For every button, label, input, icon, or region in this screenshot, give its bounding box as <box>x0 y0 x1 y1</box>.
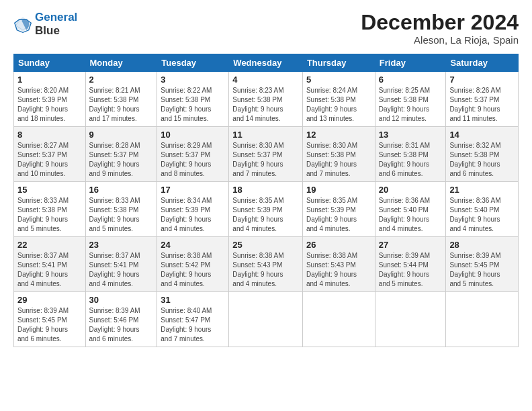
day-number: 25 <box>232 240 299 250</box>
day-number: 21 <box>449 185 515 195</box>
day-number: 10 <box>161 130 225 140</box>
day-info: Sunrise: 8:40 AM Sunset: 5:47 PM Dayligh… <box>161 306 225 344</box>
col-header-saturday: Saturday <box>446 54 519 72</box>
day-number: 15 <box>17 185 82 195</box>
calendar-cell: 17Sunrise: 8:34 AM Sunset: 5:39 PM Dayli… <box>157 182 229 237</box>
calendar-cell: 13Sunrise: 8:31 AM Sunset: 5:38 PM Dayli… <box>375 127 446 182</box>
calendar-cell: 4Sunrise: 8:23 AM Sunset: 5:38 PM Daylig… <box>229 72 303 127</box>
day-number: 2 <box>89 75 154 85</box>
day-number: 31 <box>161 295 225 305</box>
col-header-thursday: Thursday <box>302 54 375 72</box>
calendar: SundayMondayTuesdayWednesdayThursdayFrid… <box>13 54 519 347</box>
day-info: Sunrise: 8:27 AM Sunset: 5:37 PM Dayligh… <box>17 141 82 179</box>
calendar-cell: 20Sunrise: 8:36 AM Sunset: 5:40 PM Dayli… <box>375 182 446 237</box>
week-row-3: 15Sunrise: 8:33 AM Sunset: 5:38 PM Dayli… <box>14 182 519 237</box>
logo: General Blue <box>13 11 77 37</box>
col-header-tuesday: Tuesday <box>157 54 229 72</box>
calendar-cell <box>229 292 303 347</box>
calendar-cell: 16Sunrise: 8:33 AM Sunset: 5:38 PM Dayli… <box>85 182 157 237</box>
day-info: Sunrise: 8:35 AM Sunset: 5:39 PM Dayligh… <box>306 196 371 234</box>
day-number: 13 <box>379 130 443 140</box>
col-header-wednesday: Wednesday <box>229 54 303 72</box>
calendar-cell: 19Sunrise: 8:35 AM Sunset: 5:39 PM Dayli… <box>302 182 375 237</box>
logo-text: General Blue <box>35 11 77 37</box>
day-info: Sunrise: 8:21 AM Sunset: 5:38 PM Dayligh… <box>89 86 154 124</box>
col-header-monday: Monday <box>85 54 157 72</box>
day-info: Sunrise: 8:39 AM Sunset: 5:44 PM Dayligh… <box>379 251 443 289</box>
calendar-cell: 22Sunrise: 8:37 AM Sunset: 5:41 PM Dayli… <box>14 237 86 292</box>
calendar-cell: 28Sunrise: 8:39 AM Sunset: 5:45 PM Dayli… <box>446 237 519 292</box>
calendar-cell: 11Sunrise: 8:30 AM Sunset: 5:37 PM Dayli… <box>229 127 303 182</box>
day-info: Sunrise: 8:38 AM Sunset: 5:43 PM Dayligh… <box>232 251 299 289</box>
calendar-cell: 2Sunrise: 8:21 AM Sunset: 5:38 PM Daylig… <box>85 72 157 127</box>
calendar-cell: 9Sunrise: 8:28 AM Sunset: 5:37 PM Daylig… <box>85 127 157 182</box>
calendar-cell: 3Sunrise: 8:22 AM Sunset: 5:38 PM Daylig… <box>157 72 229 127</box>
calendar-cell: 30Sunrise: 8:39 AM Sunset: 5:46 PM Dayli… <box>85 292 157 347</box>
day-number: 4 <box>232 75 299 85</box>
calendar-cell: 18Sunrise: 8:35 AM Sunset: 5:39 PM Dayli… <box>229 182 303 237</box>
day-number: 14 <box>449 130 515 140</box>
day-info: Sunrise: 8:39 AM Sunset: 5:46 PM Dayligh… <box>89 306 154 344</box>
calendar-cell: 27Sunrise: 8:39 AM Sunset: 5:44 PM Dayli… <box>375 237 446 292</box>
day-number: 7 <box>449 75 515 85</box>
day-info: Sunrise: 8:23 AM Sunset: 5:38 PM Dayligh… <box>232 86 299 124</box>
week-row-1: 1Sunrise: 8:20 AM Sunset: 5:39 PM Daylig… <box>14 72 519 127</box>
calendar-cell: 15Sunrise: 8:33 AM Sunset: 5:38 PM Dayli… <box>14 182 86 237</box>
header: General Blue December 2024 Aleson, La Ri… <box>13 11 519 46</box>
day-number: 17 <box>161 185 225 195</box>
day-number: 5 <box>306 75 371 85</box>
day-number: 11 <box>232 130 299 140</box>
day-info: Sunrise: 8:33 AM Sunset: 5:38 PM Dayligh… <box>89 196 154 234</box>
col-header-friday: Friday <box>375 54 446 72</box>
calendar-cell: 7Sunrise: 8:26 AM Sunset: 5:37 PM Daylig… <box>446 72 519 127</box>
day-info: Sunrise: 8:34 AM Sunset: 5:39 PM Dayligh… <box>161 196 225 234</box>
col-header-sunday: Sunday <box>14 54 86 72</box>
day-info: Sunrise: 8:28 AM Sunset: 5:37 PM Dayligh… <box>89 141 154 179</box>
day-info: Sunrise: 8:30 AM Sunset: 5:37 PM Dayligh… <box>232 141 299 179</box>
day-info: Sunrise: 8:33 AM Sunset: 5:38 PM Dayligh… <box>17 196 82 234</box>
calendar-cell: 24Sunrise: 8:38 AM Sunset: 5:42 PM Dayli… <box>157 237 229 292</box>
day-number: 12 <box>306 130 371 140</box>
day-number: 8 <box>17 130 82 140</box>
logo-icon <box>13 15 32 34</box>
week-row-5: 29Sunrise: 8:39 AM Sunset: 5:45 PM Dayli… <box>14 292 519 347</box>
day-info: Sunrise: 8:38 AM Sunset: 5:43 PM Dayligh… <box>306 251 371 289</box>
day-number: 24 <box>161 240 225 250</box>
day-number: 30 <box>89 295 154 305</box>
calendar-cell: 5Sunrise: 8:24 AM Sunset: 5:38 PM Daylig… <box>302 72 375 127</box>
day-number: 29 <box>17 295 82 305</box>
calendar-cell: 14Sunrise: 8:32 AM Sunset: 5:38 PM Dayli… <box>446 127 519 182</box>
day-info: Sunrise: 8:22 AM Sunset: 5:38 PM Dayligh… <box>161 86 225 124</box>
day-number: 26 <box>306 240 371 250</box>
day-info: Sunrise: 8:37 AM Sunset: 5:41 PM Dayligh… <box>17 251 82 289</box>
day-info: Sunrise: 8:31 AM Sunset: 5:38 PM Dayligh… <box>379 141 443 179</box>
day-info: Sunrise: 8:29 AM Sunset: 5:37 PM Dayligh… <box>161 141 225 179</box>
week-row-2: 8Sunrise: 8:27 AM Sunset: 5:37 PM Daylig… <box>14 127 519 182</box>
day-info: Sunrise: 8:24 AM Sunset: 5:38 PM Dayligh… <box>306 86 371 124</box>
day-number: 6 <box>379 75 443 85</box>
day-info: Sunrise: 8:30 AM Sunset: 5:38 PM Dayligh… <box>306 141 371 179</box>
day-info: Sunrise: 8:20 AM Sunset: 5:39 PM Dayligh… <box>17 86 82 124</box>
page: General Blue December 2024 Aleson, La Ri… <box>0 0 532 411</box>
day-info: Sunrise: 8:26 AM Sunset: 5:37 PM Dayligh… <box>449 86 515 124</box>
day-info: Sunrise: 8:38 AM Sunset: 5:42 PM Dayligh… <box>161 251 225 289</box>
calendar-cell <box>446 292 519 347</box>
calendar-header-row: SundayMondayTuesdayWednesdayThursdayFrid… <box>14 54 519 72</box>
day-info: Sunrise: 8:32 AM Sunset: 5:38 PM Dayligh… <box>449 141 515 179</box>
week-row-4: 22Sunrise: 8:37 AM Sunset: 5:41 PM Dayli… <box>14 237 519 292</box>
calendar-cell: 21Sunrise: 8:36 AM Sunset: 5:40 PM Dayli… <box>446 182 519 237</box>
day-number: 19 <box>306 185 371 195</box>
location: Aleson, La Rioja, Spain <box>361 34 519 46</box>
day-info: Sunrise: 8:25 AM Sunset: 5:38 PM Dayligh… <box>379 86 443 124</box>
calendar-cell: 1Sunrise: 8:20 AM Sunset: 5:39 PM Daylig… <box>14 72 86 127</box>
month-title: December 2024 <box>361 11 519 34</box>
day-number: 23 <box>89 240 154 250</box>
calendar-cell: 25Sunrise: 8:38 AM Sunset: 5:43 PM Dayli… <box>229 237 303 292</box>
title-block: December 2024 Aleson, La Rioja, Spain <box>361 11 519 46</box>
calendar-cell <box>302 292 375 347</box>
calendar-cell: 29Sunrise: 8:39 AM Sunset: 5:45 PM Dayli… <box>14 292 86 347</box>
day-number: 20 <box>379 185 443 195</box>
calendar-cell: 8Sunrise: 8:27 AM Sunset: 5:37 PM Daylig… <box>14 127 86 182</box>
day-number: 27 <box>379 240 443 250</box>
day-info: Sunrise: 8:35 AM Sunset: 5:39 PM Dayligh… <box>232 196 299 234</box>
